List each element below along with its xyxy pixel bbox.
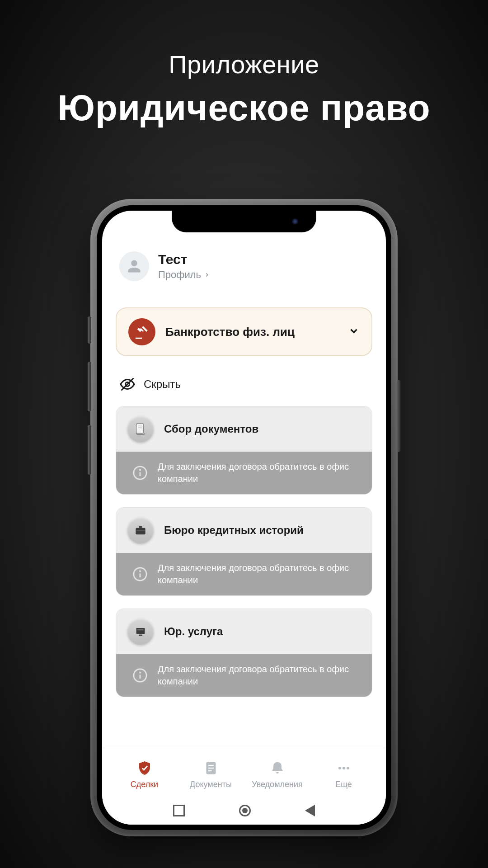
svg-point-19	[140, 672, 140, 673]
svg-rect-10	[136, 530, 145, 531]
card-title: Сбор документов	[164, 423, 258, 435]
svg-point-7	[140, 470, 140, 470]
more-icon	[336, 760, 352, 776]
phone-notch	[172, 211, 316, 232]
promo-hero: Приложение Юридическое право	[0, 0, 488, 129]
phone-power-button	[397, 380, 400, 452]
phone-vol-up	[88, 362, 91, 411]
file-icon	[203, 760, 219, 776]
tab-more[interactable]: Еще	[314, 760, 373, 789]
profile-link-label: Профиль	[158, 269, 201, 281]
category-label: Банкротство физ. лиц	[165, 325, 338, 339]
android-nav-keys	[102, 797, 386, 825]
nav-back-icon[interactable]	[305, 805, 315, 816]
phone-vol-down	[88, 425, 91, 475]
card-list: Сбор документов Для заключения договора …	[116, 406, 372, 697]
info-icon	[132, 668, 148, 683]
camera-icon	[292, 218, 298, 225]
nav-recent-icon[interactable]	[173, 805, 185, 816]
person-icon	[126, 258, 142, 274]
tab-label: Уведомления	[252, 780, 303, 789]
tab-label: Сделки	[131, 780, 158, 789]
briefcase-icon	[127, 517, 154, 544]
document-scroll-icon	[127, 415, 154, 443]
svg-rect-9	[139, 526, 142, 528]
card-title: Юр. услуга	[164, 625, 223, 638]
tab-bar: Сделки Документы Уведомления Еще	[102, 748, 386, 825]
info-icon	[132, 566, 148, 582]
avatar	[119, 251, 149, 281]
tab-notifications[interactable]: Уведомления	[248, 760, 307, 789]
card-item[interactable]: Юр. услуга Для заключения договора обрат…	[116, 609, 372, 697]
svg-point-25	[343, 767, 345, 769]
card-subtitle: Для заключения договора обратитесь в офи…	[158, 461, 361, 485]
svg-rect-2	[136, 424, 144, 433]
profile-row[interactable]: Тест Профиль	[116, 251, 372, 294]
svg-point-24	[338, 767, 341, 769]
card-subtitle: Для заключения договора обратитесь в офи…	[158, 562, 361, 586]
eye-off-icon	[119, 376, 136, 392]
shield-check-icon	[136, 760, 153, 776]
svg-point-13	[140, 571, 140, 571]
nav-home-icon[interactable]	[239, 805, 251, 816]
svg-rect-8	[136, 528, 145, 535]
card-title: Бюро кредитных историй	[164, 524, 304, 537]
tab-deals[interactable]: Сделки	[115, 760, 174, 789]
hide-label: Скрыть	[144, 378, 181, 391]
svg-rect-15	[137, 629, 143, 631]
service-icon	[127, 618, 154, 645]
bell-icon	[269, 760, 286, 776]
phone-mute-switch	[88, 316, 91, 344]
hero-kicker: Приложение	[0, 50, 488, 79]
card-subtitle: Для заключения договора обратитесь в офи…	[158, 663, 361, 688]
hero-title: Юридическое право	[0, 87, 488, 129]
chevron-down-icon	[348, 325, 360, 339]
category-dropdown[interactable]: Банкротство физ. лиц	[116, 307, 372, 356]
tab-documents[interactable]: Документы	[182, 760, 240, 789]
card-item[interactable]: Бюро кредитных историй Для заключения до…	[116, 507, 372, 596]
svg-rect-14	[136, 628, 145, 634]
profile-name: Тест	[158, 252, 210, 267]
svg-rect-16	[139, 635, 142, 636]
tab-label: Еще	[335, 780, 352, 789]
phone-screen: Тест Профиль Банкротство физ. лиц	[102, 211, 386, 825]
card-item[interactable]: Сбор документов Для заключения договора …	[116, 406, 372, 495]
svg-point-26	[347, 767, 349, 769]
tab-label: Документы	[190, 780, 232, 789]
profile-link[interactable]: Профиль	[158, 269, 210, 281]
chevron-right-icon	[204, 272, 210, 278]
hide-toggle[interactable]: Скрыть	[116, 356, 372, 406]
info-icon	[132, 465, 148, 481]
phone-frame: Тест Профиль Банкротство физ. лиц	[90, 199, 398, 836]
app-root: Тест Профиль Банкротство физ. лиц	[102, 211, 386, 825]
gavel-icon	[128, 318, 155, 345]
